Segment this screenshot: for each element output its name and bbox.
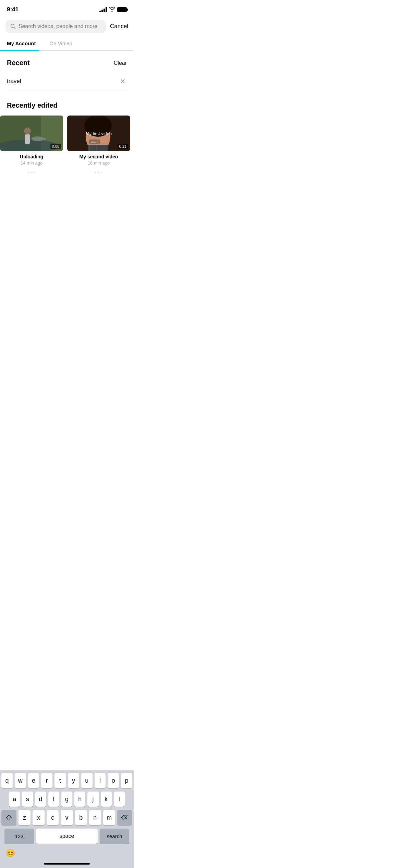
recent-item: travel bbox=[7, 72, 127, 91]
svg-rect-8 bbox=[25, 134, 30, 144]
signal-icon bbox=[99, 7, 107, 12]
first-video-overlay: My first video bbox=[86, 131, 112, 136]
search-icon bbox=[10, 24, 16, 29]
tab-underline bbox=[0, 50, 39, 51]
video-title-2: My second video bbox=[67, 154, 130, 159]
recently-edited-title: Recently edited bbox=[7, 101, 58, 109]
svg-rect-14 bbox=[88, 145, 108, 151]
video-duration-1: 0:05 bbox=[50, 144, 61, 149]
search-bar: Cancel bbox=[0, 17, 134, 37]
status-time: 9:41 bbox=[7, 6, 19, 13]
recently-edited-header: Recently edited bbox=[0, 91, 134, 116]
video-more-2[interactable]: ··· bbox=[67, 168, 130, 176]
video-grid: 0:05 Uploading 14 min ago ··· vimeo bbox=[0, 116, 134, 182]
video-title-1: Uploading bbox=[0, 154, 63, 159]
cancel-button[interactable]: Cancel bbox=[110, 23, 128, 30]
status-bar: 9:41 bbox=[0, 0, 134, 17]
tabs: My Account On Vimeo bbox=[0, 37, 134, 51]
svg-point-7 bbox=[24, 128, 31, 134]
video-thumbnail-1: 0:05 bbox=[0, 116, 63, 151]
recent-title: Recent bbox=[7, 59, 30, 67]
video-duration-2: 0:11 bbox=[118, 144, 128, 149]
svg-text:vimeo: vimeo bbox=[91, 141, 98, 143]
content-area: Recent Clear travel Recently edited bbox=[0, 51, 134, 116]
battery-icon bbox=[117, 7, 127, 12]
video-time-1: 14 min ago bbox=[0, 160, 63, 166]
tab-on-vimeo[interactable]: On Vimeo bbox=[42, 37, 79, 50]
search-input-wrapper[interactable] bbox=[5, 20, 106, 33]
search-input[interactable] bbox=[19, 23, 101, 29]
recent-section-header: Recent Clear bbox=[0, 51, 134, 72]
video-thumbnail-2: vimeo My first video 0:11 bbox=[67, 116, 130, 151]
video-card-2[interactable]: vimeo My first video 0:11 My second vide… bbox=[67, 116, 130, 176]
video-card-1[interactable]: 0:05 Uploading 14 min ago ··· bbox=[0, 116, 63, 176]
recent-item-text: travel bbox=[7, 78, 21, 85]
close-recent-icon[interactable] bbox=[119, 77, 127, 85]
svg-line-1 bbox=[14, 27, 16, 29]
clear-button[interactable]: Clear bbox=[114, 60, 127, 66]
status-icons bbox=[99, 7, 127, 13]
video-time-2: 16 min ago bbox=[67, 160, 130, 166]
video-more-1[interactable]: ··· bbox=[0, 168, 63, 176]
svg-point-9 bbox=[32, 136, 44, 141]
tab-my-account[interactable]: My Account bbox=[0, 37, 42, 50]
wifi-icon bbox=[109, 7, 115, 13]
